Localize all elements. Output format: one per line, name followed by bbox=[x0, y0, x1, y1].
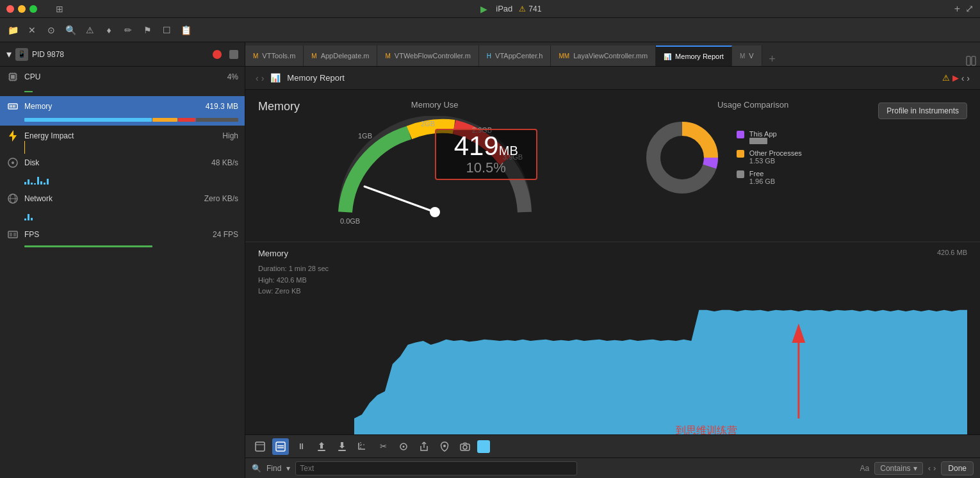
view-mode-icon[interactable] bbox=[272, 438, 289, 455]
svg-text:到思维训练营: 到思维训练营 bbox=[676, 425, 737, 434]
sidebar-toggle-icon[interactable]: ⊞ bbox=[54, 3, 65, 15]
align-icon[interactable] bbox=[395, 438, 412, 455]
tab-appdelegate-label: AppDelegate.m bbox=[321, 52, 370, 60]
camera-icon[interactable] bbox=[457, 438, 473, 455]
svg-point-21 bbox=[12, 161, 14, 164]
tab-vtwebflow[interactable]: M VTWebFlowController.m bbox=[377, 45, 478, 66]
other-value: 1.53 GB bbox=[749, 157, 802, 165]
doc-icon[interactable]: 📋 bbox=[178, 22, 193, 38]
color-swatch[interactable] bbox=[477, 440, 490, 453]
tab-v-label: V bbox=[749, 52, 753, 60]
vtappcenter-icon: H bbox=[487, 53, 491, 60]
find-input[interactable] bbox=[295, 461, 577, 475]
free-color bbox=[737, 170, 744, 178]
profile-instruments-button[interactable]: Profile in Instruments bbox=[878, 103, 967, 119]
tab-memoryreport-label: Memory Report bbox=[675, 53, 724, 60]
tab-vtappcenter[interactable]: H VTAppCenter.h bbox=[479, 45, 551, 66]
expand-icon[interactable]: ⤢ bbox=[965, 3, 974, 15]
crop-icon[interactable] bbox=[354, 438, 371, 455]
svg-rect-48 bbox=[256, 442, 265, 451]
other-label: Other Processes bbox=[749, 149, 802, 157]
tab-v[interactable]: M V bbox=[732, 45, 762, 66]
sidebar-item-cpu[interactable]: CPU 4% bbox=[0, 67, 245, 87]
add-tab-button[interactable]: + bbox=[762, 53, 783, 66]
memoryreport-icon: 📊 bbox=[664, 53, 671, 60]
svg-rect-26 bbox=[10, 233, 12, 236]
appdelegate-icon: M bbox=[311, 53, 316, 60]
sidebar-item-network[interactable]: Network Zero KB/s bbox=[0, 188, 245, 209]
maximize-button[interactable] bbox=[29, 5, 37, 13]
tab-appdelegate[interactable]: M AppDelegate.m bbox=[304, 45, 377, 66]
add-icon[interactable]: + bbox=[954, 3, 960, 15]
tab-layaview[interactable]: MM LayaViewController.mm bbox=[551, 45, 656, 66]
svg-rect-54 bbox=[338, 450, 346, 451]
find-aa-label[interactable]: Aa bbox=[860, 464, 870, 473]
upload-icon[interactable] bbox=[313, 438, 330, 455]
tab-layout-icon[interactable] bbox=[962, 56, 980, 66]
legend-other: Other Processes 1.53 GB bbox=[737, 149, 802, 165]
report-area: Memory Memory Use bbox=[245, 90, 980, 434]
nav-back-icon[interactable]: ‹ bbox=[256, 73, 259, 83]
close-button[interactable] bbox=[6, 5, 14, 13]
sidebar-item-fps[interactable]: FPS 24 FPS bbox=[0, 224, 245, 245]
graph-high: High: 420.6 MB bbox=[258, 275, 348, 286]
find-done-button[interactable]: Done bbox=[941, 461, 974, 475]
memory-icon bbox=[6, 100, 19, 113]
graph-low: Low: Zero KB bbox=[258, 286, 348, 297]
download-icon[interactable] bbox=[334, 438, 350, 455]
find-prev-icon[interactable]: ‹ bbox=[928, 463, 931, 473]
scissors-icon[interactable]: ✂ bbox=[375, 438, 391, 455]
flag-icon[interactable]: ⚑ bbox=[140, 22, 155, 38]
sidebar-item-energy[interactable]: Energy Impact High bbox=[0, 126, 245, 146]
highlight-icon[interactable]: ✏ bbox=[120, 22, 136, 38]
toolbar: 📁 ✕ ⊙ 🔍 ⚠ ♦ ✏ ⚑ ☐ 📋 bbox=[0, 18, 980, 42]
warning-icon[interactable]: ⚠ bbox=[82, 22, 97, 38]
inspector-icon[interactable] bbox=[252, 438, 268, 455]
tab-memoryreport[interactable]: 📊 Memory Report bbox=[656, 45, 732, 66]
layaview-icon: MM bbox=[559, 53, 569, 60]
memory-chart bbox=[0, 117, 245, 126]
rect-icon[interactable]: ☐ bbox=[159, 22, 174, 38]
share-icon[interactable] bbox=[416, 438, 432, 455]
find-contains-dropdown[interactable]: Contains ▾ bbox=[874, 462, 922, 475]
chevron-down-icon[interactable]: ▾ bbox=[6, 48, 12, 60]
nav-forward-icon[interactable]: › bbox=[261, 73, 265, 83]
warning-left-icon[interactable]: ⚠ bbox=[942, 73, 950, 83]
v-icon: M bbox=[740, 53, 745, 60]
record-button[interactable] bbox=[213, 50, 222, 59]
window-controls: + ⤢ bbox=[954, 3, 974, 15]
tab-vttools-label: VTTools.m bbox=[262, 52, 295, 60]
find-dropdown-label: ▾ bbox=[286, 464, 290, 473]
svg-rect-50 bbox=[276, 442, 285, 451]
nav-prev-report-icon[interactable]: ‹ bbox=[961, 73, 965, 83]
sidebar-item-memory[interactable]: Memory 419.3 MB bbox=[0, 96, 245, 117]
config-button[interactable] bbox=[229, 50, 238, 59]
stop-icon[interactable]: ✕ bbox=[24, 22, 40, 38]
process-name: PID 9878 bbox=[32, 50, 208, 59]
cpu-value: 4% bbox=[227, 72, 238, 81]
network-label: Network bbox=[24, 194, 204, 203]
hierarchy-icon[interactable]: ⊙ bbox=[44, 22, 59, 38]
bookmark-icon[interactable]: ♦ bbox=[101, 22, 117, 38]
svg-marker-19 bbox=[9, 130, 17, 142]
svg-point-57 bbox=[443, 445, 446, 447]
play-button[interactable]: ▶ bbox=[478, 3, 489, 15]
search-icon[interactable]: 🔍 bbox=[63, 22, 78, 38]
svg-rect-15 bbox=[10, 105, 11, 108]
memory-stats: Memory Memory Use bbox=[245, 90, 980, 242]
find-dropdown[interactable]: ▾ bbox=[286, 464, 290, 473]
process-icon: 📱 bbox=[15, 48, 28, 61]
location-icon[interactable] bbox=[436, 438, 453, 455]
sidebar-item-disk[interactable]: Disk 48 KB/s bbox=[0, 152, 245, 173]
find-nav-buttons: ‹ › bbox=[928, 463, 936, 473]
network-chart bbox=[0, 209, 245, 224]
find-next-icon[interactable]: › bbox=[933, 463, 936, 473]
title-bar: ⊞ ▶ iPad ⚠ 741 + ⤢ bbox=[0, 0, 980, 18]
tab-vttools[interactable]: M VTTools.m bbox=[245, 45, 304, 66]
folder-icon[interactable]: 📁 bbox=[5, 22, 20, 38]
other-color bbox=[737, 150, 744, 158]
minimize-button[interactable] bbox=[18, 5, 26, 13]
nav-next-report-icon[interactable]: › bbox=[967, 73, 970, 83]
alert-right-icon[interactable]: ▶ bbox=[952, 73, 959, 83]
pause-icon[interactable]: ⏸ bbox=[293, 438, 309, 455]
